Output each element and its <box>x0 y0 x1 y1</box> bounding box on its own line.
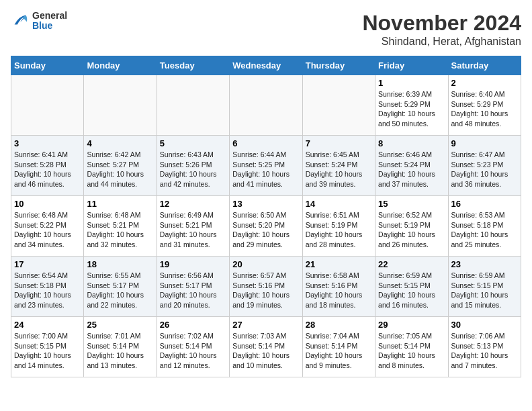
day-number: 14 <box>306 199 372 209</box>
calendar-cell: 7Sunrise: 6:45 AM Sunset: 5:24 PM Daylig… <box>302 136 375 196</box>
day-number: 27 <box>232 320 299 330</box>
day-number: 28 <box>306 320 372 330</box>
day-number: 7 <box>306 138 372 148</box>
day-number: 18 <box>87 259 153 269</box>
day-number: 6 <box>232 138 299 148</box>
calendar-cell: 26Sunrise: 7:02 AM Sunset: 5:14 PM Dayli… <box>157 317 229 377</box>
day-number: 11 <box>87 199 153 209</box>
cell-info: Sunrise: 6:45 AM Sunset: 5:24 PM Dayligh… <box>306 150 372 189</box>
cell-info: Sunrise: 6:55 AM Sunset: 5:17 PM Dayligh… <box>87 271 153 310</box>
calendar-cell: 12Sunrise: 6:49 AM Sunset: 5:21 PM Dayli… <box>157 196 229 257</box>
weekday-header: Saturday <box>448 56 521 75</box>
cell-info: Sunrise: 6:49 AM Sunset: 5:21 PM Dayligh… <box>160 210 226 250</box>
page-header: General Blue November 2024 Shindand, Her… <box>11 11 521 48</box>
calendar-cell: 3Sunrise: 6:41 AM Sunset: 5:28 PM Daylig… <box>11 136 84 196</box>
calendar-row: 24Sunrise: 7:00 AM Sunset: 5:15 PM Dayli… <box>11 317 521 377</box>
calendar-cell: 15Sunrise: 6:52 AM Sunset: 5:19 PM Dayli… <box>375 196 448 257</box>
day-number: 21 <box>306 259 372 269</box>
cell-info: Sunrise: 7:06 AM Sunset: 5:13 PM Dayligh… <box>451 331 518 371</box>
calendar-row: 10Sunrise: 6:48 AM Sunset: 5:22 PM Dayli… <box>11 196 521 257</box>
cell-info: Sunrise: 6:42 AM Sunset: 5:27 PM Dayligh… <box>87 150 153 189</box>
calendar-cell: 4Sunrise: 6:42 AM Sunset: 5:27 PM Daylig… <box>84 136 157 196</box>
day-number: 17 <box>14 259 81 269</box>
day-number: 1 <box>378 78 445 88</box>
cell-info: Sunrise: 6:48 AM Sunset: 5:21 PM Dayligh… <box>87 210 153 250</box>
calendar-table: SundayMondayTuesdayWednesdayThursdayFrid… <box>11 56 521 377</box>
day-number: 19 <box>160 259 226 269</box>
logo-general: General <box>32 11 67 21</box>
cell-info: Sunrise: 7:02 AM Sunset: 5:14 PM Dayligh… <box>160 331 226 371</box>
cell-info: Sunrise: 6:54 AM Sunset: 5:18 PM Dayligh… <box>14 271 81 310</box>
calendar-cell: 6Sunrise: 6:44 AM Sunset: 5:25 PM Daylig… <box>230 136 302 196</box>
calendar-cell: 23Sunrise: 6:59 AM Sunset: 5:15 PM Dayli… <box>448 257 521 317</box>
cell-info: Sunrise: 6:58 AM Sunset: 5:16 PM Dayligh… <box>306 271 372 310</box>
title-section: November 2024 Shindand, Herat, Afghanist… <box>362 11 521 48</box>
calendar-cell <box>230 75 302 136</box>
cell-info: Sunrise: 6:44 AM Sunset: 5:25 PM Dayligh… <box>232 150 299 189</box>
weekday-header: Friday <box>375 56 448 75</box>
day-number: 10 <box>14 199 81 209</box>
month-title: November 2024 <box>362 11 521 36</box>
logo-icon <box>11 11 30 30</box>
cell-info: Sunrise: 6:40 AM Sunset: 5:29 PM Dayligh… <box>451 89 518 129</box>
cell-info: Sunrise: 6:57 AM Sunset: 5:16 PM Dayligh… <box>232 271 299 310</box>
weekday-header-row: SundayMondayTuesdayWednesdayThursdayFrid… <box>11 56 521 75</box>
day-number: 16 <box>451 199 518 209</box>
weekday-header: Sunday <box>11 56 84 75</box>
calendar-cell: 28Sunrise: 7:04 AM Sunset: 5:14 PM Dayli… <box>302 317 375 377</box>
cell-info: Sunrise: 7:05 AM Sunset: 5:14 PM Dayligh… <box>378 331 445 371</box>
logo-blue: Blue <box>32 21 67 31</box>
weekday-header: Wednesday <box>230 56 302 75</box>
calendar-cell <box>11 75 84 136</box>
day-number: 15 <box>378 199 445 209</box>
day-number: 20 <box>232 259 299 269</box>
cell-info: Sunrise: 6:56 AM Sunset: 5:17 PM Dayligh… <box>160 271 226 310</box>
day-number: 9 <box>451 138 518 148</box>
calendar-cell: 2Sunrise: 6:40 AM Sunset: 5:29 PM Daylig… <box>448 75 521 136</box>
day-number: 25 <box>87 320 153 330</box>
cell-info: Sunrise: 6:50 AM Sunset: 5:20 PM Dayligh… <box>232 210 299 250</box>
calendar-cell: 11Sunrise: 6:48 AM Sunset: 5:21 PM Dayli… <box>84 196 157 257</box>
calendar-cell: 13Sunrise: 6:50 AM Sunset: 5:20 PM Dayli… <box>230 196 302 257</box>
cell-info: Sunrise: 6:43 AM Sunset: 5:26 PM Dayligh… <box>160 150 226 189</box>
day-number: 2 <box>451 78 518 88</box>
calendar-cell: 19Sunrise: 6:56 AM Sunset: 5:17 PM Dayli… <box>157 257 229 317</box>
cell-info: Sunrise: 6:59 AM Sunset: 5:15 PM Dayligh… <box>451 271 518 310</box>
day-number: 12 <box>160 199 226 209</box>
day-number: 3 <box>14 138 81 148</box>
location-title: Shindand, Herat, Afghanistan <box>362 36 521 48</box>
day-number: 13 <box>232 199 299 209</box>
calendar-cell: 20Sunrise: 6:57 AM Sunset: 5:16 PM Dayli… <box>230 257 302 317</box>
cell-info: Sunrise: 6:51 AM Sunset: 5:19 PM Dayligh… <box>306 210 372 250</box>
calendar-cell: 5Sunrise: 6:43 AM Sunset: 5:26 PM Daylig… <box>157 136 229 196</box>
calendar-cell: 22Sunrise: 6:59 AM Sunset: 5:15 PM Dayli… <box>375 257 448 317</box>
calendar-cell: 27Sunrise: 7:03 AM Sunset: 5:14 PM Dayli… <box>230 317 302 377</box>
day-number: 24 <box>14 320 81 330</box>
day-number: 8 <box>378 138 445 148</box>
logo: General Blue <box>11 11 67 32</box>
day-number: 29 <box>378 320 445 330</box>
calendar-cell: 17Sunrise: 6:54 AM Sunset: 5:18 PM Dayli… <box>11 257 84 317</box>
cell-info: Sunrise: 6:39 AM Sunset: 5:29 PM Dayligh… <box>378 89 445 129</box>
day-number: 22 <box>378 259 445 269</box>
day-number: 5 <box>160 138 226 148</box>
calendar-cell: 29Sunrise: 7:05 AM Sunset: 5:14 PM Dayli… <box>375 317 448 377</box>
calendar-row: 1Sunrise: 6:39 AM Sunset: 5:29 PM Daylig… <box>11 75 521 136</box>
calendar-cell <box>157 75 229 136</box>
cell-info: Sunrise: 6:47 AM Sunset: 5:23 PM Dayligh… <box>451 150 518 189</box>
day-number: 23 <box>451 259 518 269</box>
day-number: 26 <box>160 320 226 330</box>
calendar-cell: 18Sunrise: 6:55 AM Sunset: 5:17 PM Dayli… <box>84 257 157 317</box>
calendar-row: 17Sunrise: 6:54 AM Sunset: 5:18 PM Dayli… <box>11 257 521 317</box>
cell-info: Sunrise: 6:46 AM Sunset: 5:24 PM Dayligh… <box>378 150 445 189</box>
cell-info: Sunrise: 6:41 AM Sunset: 5:28 PM Dayligh… <box>14 150 81 189</box>
calendar-cell: 8Sunrise: 6:46 AM Sunset: 5:24 PM Daylig… <box>375 136 448 196</box>
weekday-header: Monday <box>84 56 157 75</box>
cell-info: Sunrise: 6:59 AM Sunset: 5:15 PM Dayligh… <box>378 271 445 310</box>
calendar-cell: 30Sunrise: 7:06 AM Sunset: 5:13 PM Dayli… <box>448 317 521 377</box>
day-number: 4 <box>87 138 153 148</box>
weekday-header: Tuesday <box>157 56 229 75</box>
cell-info: Sunrise: 7:04 AM Sunset: 5:14 PM Dayligh… <box>306 331 372 371</box>
calendar-cell: 14Sunrise: 6:51 AM Sunset: 5:19 PM Dayli… <box>302 196 375 257</box>
calendar-cell: 9Sunrise: 6:47 AM Sunset: 5:23 PM Daylig… <box>448 136 521 196</box>
